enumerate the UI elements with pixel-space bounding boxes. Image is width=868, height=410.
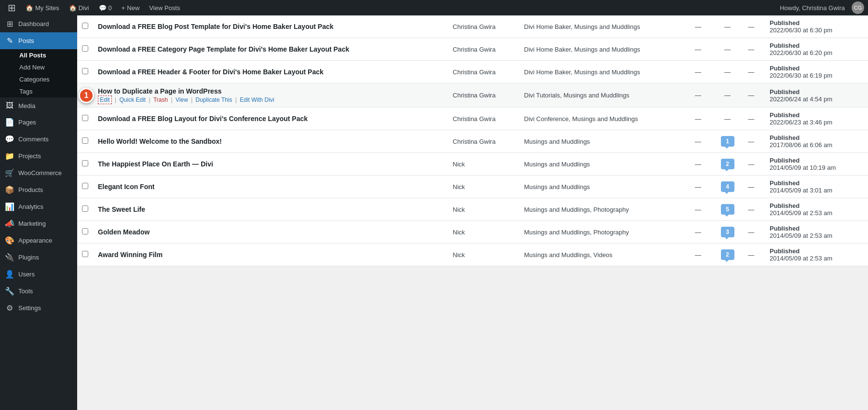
my-sites-button[interactable]: 🏠 My Sites (22, 0, 63, 15)
author-cell[interactable]: Christina Gwira (448, 61, 519, 83)
date-cell: Published2014/05/09 at 10:19 am (765, 153, 868, 176)
pages-icon: 📄 (5, 118, 14, 127)
author-cell[interactable]: Nick (448, 221, 519, 244)
row-checkbox[interactable] (82, 205, 88, 212)
comment-bubble[interactable]: 5 (721, 204, 734, 215)
post-title-link[interactable]: Download a FREE Category Page Template f… (98, 45, 349, 53)
post-title-link[interactable]: Download a FREE Header & Footer for Divi… (98, 68, 324, 76)
category-cell[interactable]: Divi Home Baker, Musings and Muddlings (519, 38, 690, 61)
post-title-link[interactable]: How to Duplicate a Page in WordPress (98, 87, 221, 95)
sidebar-item-tools[interactable]: 🔧 Tools (0, 283, 77, 300)
category-cell[interactable]: Divi Conference, Musings and Muddlings (519, 108, 690, 130)
comments-cell: 3 (712, 221, 743, 244)
trash-action[interactable]: Trash (153, 96, 168, 103)
sidebar-item-woocommerce[interactable]: 🛒 WooCommerce (0, 164, 77, 181)
sidebar-item-plugins[interactable]: 🔌 Plugins (0, 249, 77, 266)
post-title-link[interactable]: Download a FREE Blog Post Template for D… (98, 23, 334, 30)
sidebar-item-pages[interactable]: 📄 Pages (0, 114, 77, 131)
row-checkbox[interactable] (82, 45, 88, 52)
table-row: Download a FREE Category Page Template f… (77, 38, 868, 61)
projects-icon: 📁 (5, 151, 14, 161)
post-title-link[interactable]: The Sweet Life (98, 205, 145, 213)
comment-bubble[interactable]: 4 (721, 181, 734, 192)
sidebar-item-settings[interactable]: ⚙ Settings (0, 300, 77, 316)
sidebar-sub-categories[interactable]: Categories (5, 73, 77, 85)
author-cell[interactable]: Christina Gwira (448, 15, 519, 38)
sidebar-item-comments[interactable]: 💬 Comments (0, 131, 77, 148)
category-cell[interactable]: Divi Tutorials, Musings and Muddlings (519, 83, 690, 108)
row-checkbox[interactable] (82, 228, 88, 234)
site-name-button[interactable]: 🏠 Divi (65, 0, 93, 15)
comment-bubble[interactable]: 2 (721, 159, 734, 169)
author-cell[interactable]: Christina Gwira (448, 130, 519, 153)
duplicate-action[interactable]: Duplicate This (196, 96, 232, 103)
comment-bubble[interactable]: 2 (721, 249, 734, 260)
sidebar-item-media[interactable]: 🖼 Media (0, 97, 77, 114)
author-cell[interactable]: Nick (448, 153, 519, 176)
category-cell[interactable]: Musings and Muddlings (519, 153, 690, 176)
new-button[interactable]: + New (118, 0, 144, 15)
sidebar-item-marketing[interactable]: 📣 Marketing (0, 215, 77, 232)
row-checkbox[interactable] (82, 68, 88, 74)
post-title-link[interactable]: The Happiest Place On Earth — Divi (98, 160, 213, 168)
post-title-link[interactable]: Hello World! Welcome to the Sandbox! (98, 137, 222, 145)
avatar[interactable]: CG (852, 1, 864, 14)
row-checkbox[interactable] (82, 183, 88, 189)
dashboard-icon: ⊞ (5, 19, 14, 28)
sidebar-item-posts[interactable]: ✎ Posts (0, 32, 77, 49)
sidebar-item-analytics[interactable]: 📊 Analytics (0, 198, 77, 215)
comment-bubble[interactable]: 1 (721, 136, 734, 147)
row-checkbox[interactable] (82, 251, 88, 257)
comments-button[interactable]: 💬 0 (95, 0, 116, 15)
users-icon: 👤 (5, 270, 14, 279)
sidebar-sub-tags[interactable]: Tags (5, 85, 77, 97)
comment-bubble[interactable]: 3 (721, 227, 734, 237)
edit-with-divi-action[interactable]: Edit With Divi (240, 96, 274, 103)
category-cell[interactable]: Divi Home Baker, Musings and Muddlings (519, 61, 690, 83)
sidebar-item-dashboard[interactable]: ⊞ Dashboard (0, 15, 77, 32)
category-cell[interactable]: Musings and Muddlings (519, 130, 690, 153)
sidebar-sub-all-posts[interactable]: All Posts (5, 49, 77, 61)
extra-cell: — (743, 15, 765, 38)
row-checkbox[interactable] (82, 137, 88, 144)
author-cell[interactable]: Christina Gwira (448, 38, 519, 61)
post-title-link[interactable]: Award Winning Film (98, 251, 163, 259)
view-action[interactable]: View (176, 96, 188, 103)
category-cell[interactable]: Musings and Muddlings, Videos (519, 244, 690, 266)
author-cell[interactable]: Nick (448, 176, 519, 198)
howdy-text: Howdy, Christina Gwira (776, 4, 849, 12)
content-area: Download a FREE Blog Post Template for D… (77, 15, 868, 410)
table-row: Award Winning FilmNickMusings and Muddli… (77, 244, 868, 266)
comments-cell: 5 (712, 198, 743, 221)
edit-action[interactable]: Edit (98, 96, 112, 104)
wp-logo-button[interactable]: ⊞ (4, 0, 20, 15)
category-cell[interactable]: Musings and Muddlings, Photography (519, 198, 690, 221)
author-cell[interactable]: Nick (448, 244, 519, 266)
sidebar-item-users[interactable]: 👤 Users (0, 266, 77, 283)
row-checkbox[interactable] (82, 160, 88, 166)
sidebar-item-appearance[interactable]: 🎨 Appearance (0, 232, 77, 249)
post-title-link[interactable]: Golden Meadow (98, 228, 149, 236)
extra-cell: — (743, 61, 765, 83)
post-title-link[interactable]: Elegant Icon Font (98, 183, 154, 191)
author-cell[interactable]: Christina Gwira (448, 108, 519, 130)
sidebar-item-products[interactable]: 📦 Products (0, 181, 77, 198)
tags-cell: — (690, 38, 712, 61)
quick-edit-action[interactable]: Quick Edit (119, 96, 146, 103)
sidebar-sub-add-new[interactable]: Add New (5, 61, 77, 73)
top-bar-right: Howdy, Christina Gwira CG (776, 1, 864, 14)
view-posts-button[interactable]: View Posts (145, 0, 184, 15)
sidebar-item-projects[interactable]: 📁 Projects (0, 148, 77, 164)
tags-cell: — (690, 130, 712, 153)
sidebar-item-label: Appearance (18, 237, 52, 244)
category-cell[interactable]: Musings and Muddlings, Photography (519, 221, 690, 244)
new-label: New (127, 4, 139, 12)
author-cell[interactable]: Christina Gwira (448, 83, 519, 108)
author-cell[interactable]: Nick (448, 198, 519, 221)
category-cell[interactable]: Musings and Muddlings (519, 176, 690, 198)
woocommerce-icon: 🛒 (5, 168, 14, 178)
category-cell[interactable]: Divi Home Baker, Musings and Muddlings (519, 15, 690, 38)
row-checkbox[interactable] (82, 115, 88, 121)
row-checkbox[interactable] (82, 23, 88, 29)
post-title-link[interactable]: Download a FREE Blog Layout for Divi's C… (98, 115, 308, 123)
